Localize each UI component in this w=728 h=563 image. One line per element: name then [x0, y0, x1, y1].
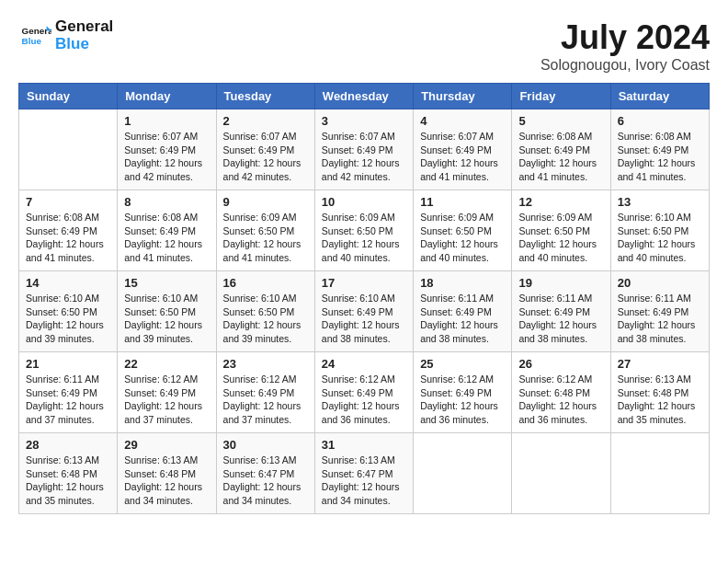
logo-blue: Blue	[55, 36, 113, 53]
calendar-cell: 21Sunrise: 6:11 AMSunset: 6:49 PMDayligh…	[19, 352, 118, 433]
day-info: Sunrise: 6:10 AMSunset: 6:50 PMDaylight:…	[124, 292, 209, 346]
calendar-table: SundayMondayTuesdayWednesdayThursdayFrid…	[18, 83, 710, 514]
day-of-week-friday: Friday	[512, 84, 610, 109]
day-info: Sunrise: 6:10 AMSunset: 6:50 PMDaylight:…	[618, 211, 702, 265]
location: Solognougou, Ivory Coast	[540, 57, 710, 74]
day-info: Sunrise: 6:08 AMSunset: 6:49 PMDaylight:…	[124, 211, 209, 265]
calendar-cell: 25Sunrise: 6:12 AMSunset: 6:49 PMDayligh…	[414, 352, 512, 433]
calendar-cell: 13Sunrise: 6:10 AMSunset: 6:50 PMDayligh…	[610, 190, 709, 271]
calendar-cell: 31Sunrise: 6:13 AMSunset: 6:47 PMDayligh…	[314, 433, 413, 514]
calendar-cell: 8Sunrise: 6:08 AMSunset: 6:49 PMDaylight…	[118, 190, 216, 271]
day-info: Sunrise: 6:12 AMSunset: 6:49 PMDaylight:…	[124, 373, 209, 427]
calendar-cell: 27Sunrise: 6:13 AMSunset: 6:48 PMDayligh…	[610, 352, 709, 433]
day-number: 18	[420, 276, 505, 290]
calendar-cell: 3Sunrise: 6:07 AMSunset: 6:49 PMDaylight…	[314, 109, 413, 190]
day-number: 20	[618, 276, 702, 290]
day-info: Sunrise: 6:12 AMSunset: 6:49 PMDaylight:…	[420, 373, 505, 427]
calendar-cell: 4Sunrise: 6:07 AMSunset: 6:49 PMDaylight…	[414, 109, 512, 190]
calendar-cell: 16Sunrise: 6:10 AMSunset: 6:50 PMDayligh…	[216, 271, 314, 352]
calendar-cell: 15Sunrise: 6:10 AMSunset: 6:50 PMDayligh…	[118, 271, 216, 352]
calendar-cell: 23Sunrise: 6:12 AMSunset: 6:49 PMDayligh…	[216, 352, 314, 433]
day-info: Sunrise: 6:11 AMSunset: 6:49 PMDaylight:…	[26, 373, 110, 427]
day-number: 1	[124, 114, 209, 128]
svg-text:Blue: Blue	[22, 36, 42, 46]
day-number: 31	[322, 438, 406, 452]
calendar-cell: 17Sunrise: 6:10 AMSunset: 6:49 PMDayligh…	[314, 271, 413, 352]
day-number: 7	[26, 195, 110, 209]
day-info: Sunrise: 6:13 AMSunset: 6:47 PMDaylight:…	[223, 454, 308, 508]
calendar-cell: 30Sunrise: 6:13 AMSunset: 6:47 PMDayligh…	[216, 433, 314, 514]
calendar-cell: 24Sunrise: 6:12 AMSunset: 6:49 PMDayligh…	[314, 352, 413, 433]
day-info: Sunrise: 6:09 AMSunset: 6:50 PMDaylight:…	[322, 211, 406, 265]
day-number: 19	[518, 276, 603, 290]
day-info: Sunrise: 6:10 AMSunset: 6:50 PMDaylight:…	[223, 292, 308, 346]
day-number: 25	[420, 357, 505, 371]
calendar-cell: 5Sunrise: 6:08 AMSunset: 6:49 PMDaylight…	[512, 109, 610, 190]
calendar-cell: 22Sunrise: 6:12 AMSunset: 6:49 PMDayligh…	[118, 352, 216, 433]
calendar-cell	[512, 433, 610, 514]
day-info: Sunrise: 6:12 AMSunset: 6:49 PMDaylight:…	[223, 373, 308, 427]
day-number: 17	[322, 276, 406, 290]
day-info: Sunrise: 6:08 AMSunset: 6:49 PMDaylight:…	[26, 211, 110, 265]
day-of-week-tuesday: Tuesday	[216, 84, 314, 109]
day-info: Sunrise: 6:11 AMSunset: 6:49 PMDaylight:…	[618, 292, 702, 346]
day-of-week-monday: Monday	[118, 84, 216, 109]
day-info: Sunrise: 6:11 AMSunset: 6:49 PMDaylight:…	[420, 292, 505, 346]
day-info: Sunrise: 6:13 AMSunset: 6:48 PMDaylight:…	[124, 454, 209, 508]
day-number: 23	[223, 357, 308, 371]
day-info: Sunrise: 6:07 AMSunset: 6:49 PMDaylight:…	[124, 130, 209, 184]
day-info: Sunrise: 6:09 AMSunset: 6:50 PMDaylight:…	[518, 211, 603, 265]
day-info: Sunrise: 6:09 AMSunset: 6:50 PMDaylight:…	[223, 211, 308, 265]
day-info: Sunrise: 6:09 AMSunset: 6:50 PMDaylight:…	[420, 211, 505, 265]
day-info: Sunrise: 6:08 AMSunset: 6:49 PMDaylight:…	[518, 130, 603, 184]
day-number: 21	[26, 357, 110, 371]
calendar-cell: 6Sunrise: 6:08 AMSunset: 6:49 PMDaylight…	[610, 109, 709, 190]
calendar-cell	[414, 433, 512, 514]
calendar-cell: 1Sunrise: 6:07 AMSunset: 6:49 PMDaylight…	[118, 109, 216, 190]
day-info: Sunrise: 6:13 AMSunset: 6:48 PMDaylight:…	[26, 454, 110, 508]
day-number: 26	[518, 357, 603, 371]
day-of-week-sunday: Sunday	[19, 84, 118, 109]
day-number: 28	[26, 438, 110, 452]
day-info: Sunrise: 6:07 AMSunset: 6:49 PMDaylight:…	[223, 130, 308, 184]
logo-icon: General Blue	[18, 19, 51, 52]
day-number: 3	[322, 114, 406, 128]
calendar-cell: 18Sunrise: 6:11 AMSunset: 6:49 PMDayligh…	[414, 271, 512, 352]
calendar-cell: 26Sunrise: 6:12 AMSunset: 6:48 PMDayligh…	[512, 352, 610, 433]
day-of-week-thursday: Thursday	[414, 84, 512, 109]
calendar-cell	[19, 109, 118, 190]
calendar-cell	[610, 433, 709, 514]
calendar-cell: 12Sunrise: 6:09 AMSunset: 6:50 PMDayligh…	[512, 190, 610, 271]
calendar-cell: 9Sunrise: 6:09 AMSunset: 6:50 PMDaylight…	[216, 190, 314, 271]
day-info: Sunrise: 6:11 AMSunset: 6:49 PMDaylight:…	[518, 292, 603, 346]
day-number: 27	[618, 357, 702, 371]
calendar-cell: 19Sunrise: 6:11 AMSunset: 6:49 PMDayligh…	[512, 271, 610, 352]
day-number: 22	[124, 357, 209, 371]
day-info: Sunrise: 6:07 AMSunset: 6:49 PMDaylight:…	[322, 130, 406, 184]
calendar-cell: 14Sunrise: 6:10 AMSunset: 6:50 PMDayligh…	[19, 271, 118, 352]
day-number: 6	[618, 114, 702, 128]
day-number: 29	[124, 438, 209, 452]
logo-general: General	[55, 18, 113, 36]
day-number: 10	[322, 195, 406, 209]
day-of-week-saturday: Saturday	[610, 84, 709, 109]
day-info: Sunrise: 6:07 AMSunset: 6:49 PMDaylight:…	[420, 130, 505, 184]
calendar-cell: 7Sunrise: 6:08 AMSunset: 6:49 PMDaylight…	[19, 190, 118, 271]
calendar-cell: 10Sunrise: 6:09 AMSunset: 6:50 PMDayligh…	[314, 190, 413, 271]
day-number: 11	[420, 195, 505, 209]
logo: General Blue General Blue	[18, 18, 113, 52]
title-block: July 2024 Solognougou, Ivory Coast	[540, 18, 710, 74]
page-header: General Blue General Blue July 2024 Solo…	[18, 18, 710, 74]
day-info: Sunrise: 6:12 AMSunset: 6:49 PMDaylight:…	[322, 373, 406, 427]
day-number: 4	[420, 114, 505, 128]
calendar-cell: 29Sunrise: 6:13 AMSunset: 6:48 PMDayligh…	[118, 433, 216, 514]
calendar-cell: 28Sunrise: 6:13 AMSunset: 6:48 PMDayligh…	[19, 433, 118, 514]
day-number: 2	[223, 114, 308, 128]
day-number: 9	[223, 195, 308, 209]
calendar-cell: 2Sunrise: 6:07 AMSunset: 6:49 PMDaylight…	[216, 109, 314, 190]
day-info: Sunrise: 6:08 AMSunset: 6:49 PMDaylight:…	[618, 130, 702, 184]
day-info: Sunrise: 6:13 AMSunset: 6:47 PMDaylight:…	[322, 454, 406, 508]
calendar-cell: 20Sunrise: 6:11 AMSunset: 6:49 PMDayligh…	[610, 271, 709, 352]
day-number: 8	[124, 195, 209, 209]
day-of-week-wednesday: Wednesday	[314, 84, 413, 109]
